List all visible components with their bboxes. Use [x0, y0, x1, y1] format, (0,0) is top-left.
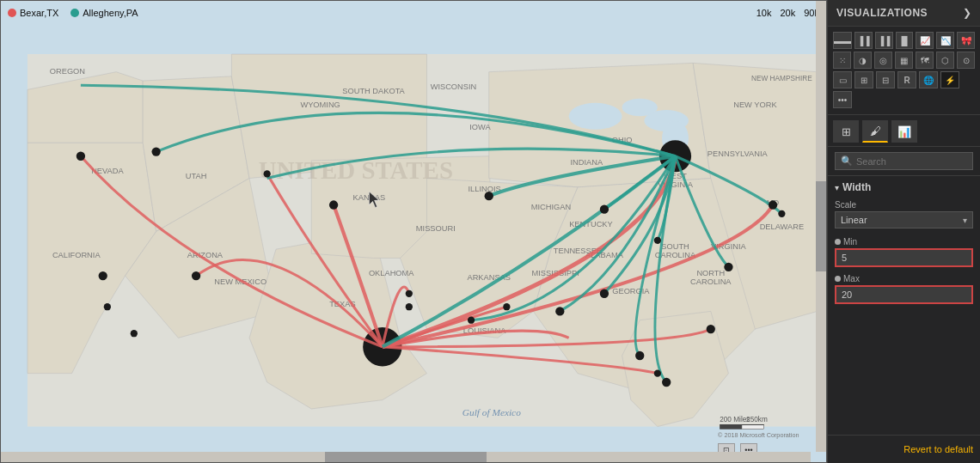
scale-field-label: Scale	[835, 200, 973, 210]
svg-point-61	[600, 289, 609, 298]
viz-icons-section: ▬▬ ▐▐ ▐▐ ▐▌ 📈 📉 🎀 ⁙ ◑ ◎ ▦ 🗺 ⬡ ⊙ ▭ ⊞ ⊟ R …	[828, 27, 980, 115]
svg-point-69	[654, 370, 661, 377]
min-input[interactable]	[835, 248, 973, 267]
viz-icon-map[interactable]: 🗺	[916, 52, 934, 69]
svg-point-51	[192, 271, 200, 280]
scale-dropdown-value: Linear	[841, 215, 867, 225]
svg-point-50	[131, 330, 138, 337]
viz-icon-donut[interactable]: ◎	[874, 52, 892, 69]
min-label: Min	[835, 237, 973, 247]
svg-text:INDIANA: INDIANA	[570, 158, 603, 167]
svg-point-68	[707, 325, 715, 333]
search-section: 🔍	[828, 147, 980, 176]
svg-point-55	[406, 303, 413, 310]
scale-label-20k: 20k	[781, 8, 796, 18]
search-input[interactable]	[856, 156, 967, 167]
viz-icon-more[interactable]: •••	[833, 91, 852, 108]
svg-text:WISCONSIN: WISCONSIN	[431, 82, 477, 91]
dropdown-arrow-icon: ▾	[963, 216, 967, 225]
viz-icon-matrix[interactable]: ⊟	[876, 71, 895, 88]
legend-label-bexar: Bexar,TX	[20, 8, 58, 18]
h-scrollbar-thumb[interactable]	[325, 452, 487, 462]
svg-text:OKLAHOMA: OKLAHOMA	[369, 269, 414, 277]
viz-icon-funnel[interactable]: ⬡	[936, 52, 954, 69]
viz-icon-row-4: •••	[833, 91, 975, 108]
svg-text:IOWA: IOWA	[469, 123, 491, 131]
viz-icon-card[interactable]: ▭	[833, 71, 852, 88]
viz-icon-treemap[interactable]: ▦	[895, 52, 913, 69]
viz-icon-row-2: ⁙ ◑ ◎ ▦ 🗺 ⬡ ⊙	[833, 52, 975, 69]
svg-text:CALIFORNIA: CALIFORNIA	[52, 251, 101, 259]
max-dot-icon	[835, 276, 841, 282]
panel-title: VISUALIZATIONS	[836, 7, 928, 19]
svg-point-46	[77, 152, 85, 161]
width-chevron-icon: ▾	[835, 183, 839, 192]
revert-to-default-button[interactable]: Revert to default	[903, 444, 973, 454]
viz-icon-line[interactable]: 📈	[916, 32, 934, 49]
map-legend: Bexar,TX Allegheny,PA	[8, 8, 138, 18]
fields-tool-icon[interactable]: ⊞	[833, 120, 859, 143]
width-section-header[interactable]: ▾ Width	[835, 181, 973, 193]
svg-text:OREGON: OREGON	[50, 67, 85, 76]
viz-icon-gauge[interactable]: ⊙	[957, 52, 975, 69]
svg-point-57	[503, 303, 510, 310]
svg-text:NEW HAMPSHIRE: NEW HAMPSHIRE	[751, 75, 812, 82]
svg-text:250km: 250km	[746, 416, 768, 423]
viz-icon-clustered-bar[interactable]: ▐▌	[896, 32, 914, 49]
svg-text:NEW YORK: NEW YORK	[733, 101, 777, 109]
svg-point-59	[555, 307, 564, 315]
v-scrollbar-thumb[interactable]	[816, 181, 826, 271]
scale-label-10k: 10k	[756, 8, 772, 18]
legend-label-allegheny: Allegheny,PA	[83, 8, 138, 18]
search-icon: 🔍	[841, 155, 853, 167]
viz-icon-area[interactable]: 📉	[936, 32, 954, 49]
svg-point-52	[264, 170, 271, 177]
svg-point-64	[662, 378, 671, 387]
viz-icon-globe[interactable]: 🌐	[919, 71, 938, 88]
legend-dot-bexar	[8, 9, 16, 17]
viz-icon-pie[interactable]: ◑	[854, 52, 872, 69]
min-field: Min	[835, 237, 973, 267]
max-input[interactable]	[835, 285, 973, 304]
svg-point-66	[769, 200, 777, 209]
svg-text:Gulf of Mexico: Gulf of Mexico	[462, 407, 521, 417]
props-section: ▾ Width Scale Linear ▾ Min Max	[828, 176, 980, 435]
viz-icon-table[interactable]: ⊞	[854, 71, 873, 88]
map-scale-labels: 10k 20k 90k	[756, 8, 819, 18]
svg-point-67	[778, 210, 785, 217]
min-dot-icon	[835, 239, 841, 245]
viz-icon-100-bar[interactable]: ▐▐	[875, 32, 893, 49]
svg-rect-72	[742, 425, 764, 429]
format-tool-icon[interactable]: 🖌	[862, 120, 888, 143]
viz-icon-bar[interactable]: ▬▬	[833, 32, 852, 49]
svg-text:SOUTH DAKOTA: SOUTH DAKOTA	[342, 87, 405, 95]
svg-point-63	[654, 237, 661, 244]
width-section-title: Width	[842, 181, 871, 193]
right-panel: VISUALIZATIONS ❯ ▬▬ ▐▐ ▐▐ ▐▌ 📈 📉 🎀 ⁙ ◑ ◎…	[827, 0, 980, 463]
max-field: Max	[835, 274, 973, 304]
svg-text:SOUTH: SOUTH	[661, 242, 689, 251]
viz-icon-special[interactable]: ⚡	[940, 71, 959, 88]
viz-icon-r[interactable]: R	[897, 71, 916, 88]
analytics-tool-icon[interactable]: 📊	[891, 120, 917, 143]
vertical-scrollbar[interactable]	[816, 1, 826, 452]
svg-point-54	[406, 290, 413, 297]
legend-item-allegheny: Allegheny,PA	[70, 8, 138, 18]
svg-text:MISSOURI: MISSOURI	[416, 224, 456, 233]
search-box[interactable]: 🔍	[835, 152, 973, 170]
panel-chevron-icon[interactable]: ❯	[963, 7, 971, 19]
viz-icon-scatter[interactable]: ⁙	[833, 52, 851, 69]
panel-header: VISUALIZATIONS ❯	[828, 0, 980, 27]
horizontal-scrollbar[interactable]	[1, 452, 811, 462]
svg-point-60	[600, 205, 609, 214]
viz-icon-stacked-bar[interactable]: ▐▐	[854, 32, 873, 49]
viz-icon-row-3: ▭ ⊞ ⊟ R 🌐 ⚡	[833, 71, 975, 88]
scale-dropdown[interactable]: Linear ▾	[835, 211, 973, 228]
map-svg: Gulf of Mexico OREGON NEVADA CALIFORNIA …	[1, 1, 826, 462]
svg-text:© 2018 Microsoft Corporation: © 2018 Microsoft Corporation	[718, 431, 799, 439]
svg-text:GEORGIA: GEORGIA	[612, 287, 650, 295]
viz-icon-ribbon[interactable]: 🎀	[957, 32, 975, 49]
tool-icons-section: ⊞ 🖌 📊	[828, 115, 980, 147]
svg-point-53	[329, 200, 338, 209]
svg-point-48	[99, 271, 107, 280]
